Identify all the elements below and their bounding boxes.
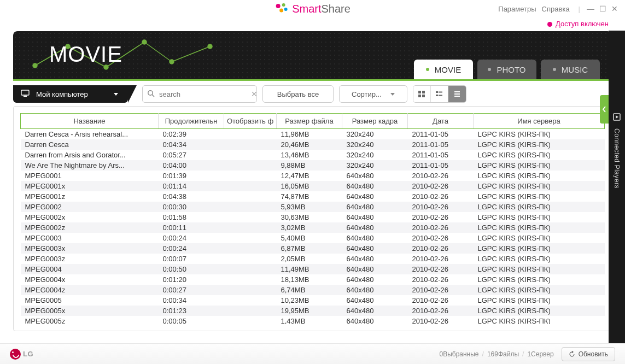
col-name[interactable]: Название bbox=[21, 114, 159, 129]
col-server[interactable]: Имя сервера bbox=[474, 114, 605, 129]
menu-params[interactable]: Параметры bbox=[498, 5, 536, 13]
table-row[interactable]: We Are The Nightmare by Ars...0:04:009,8… bbox=[21, 160, 605, 171]
sort-dropdown[interactable]: Сортир... bbox=[339, 85, 407, 103]
cell-duration: 0:01:20 bbox=[159, 274, 224, 285]
svg-point-1 bbox=[282, 3, 285, 7]
cell-date: 2010-02-26 bbox=[408, 295, 474, 306]
svg-rect-19 bbox=[418, 91, 421, 93]
cell-filesize: 2,05MB bbox=[277, 254, 342, 264]
search-box[interactable]: ✕ bbox=[142, 85, 257, 103]
cell-display bbox=[224, 150, 277, 160]
side-panel-toggle[interactable] bbox=[600, 95, 609, 124]
svg-rect-20 bbox=[422, 91, 425, 93]
source-dropdown[interactable]: Мой компьютер bbox=[13, 85, 128, 103]
table-row[interactable]: Darren from Arsis and Gorator...0:05:271… bbox=[21, 150, 605, 160]
search-input[interactable] bbox=[159, 90, 251, 98]
brand-text-smart: Smart bbox=[292, 3, 321, 15]
chevron-down-icon bbox=[114, 93, 118, 96]
col-date[interactable]: Дата bbox=[408, 114, 474, 129]
cell-filesize: 9,88MB bbox=[277, 160, 342, 171]
header-bar: MOVIE MOVIE PHOTO MUSIC bbox=[13, 31, 612, 79]
window-maximize-button[interactable]: ☐ bbox=[598, 4, 608, 14]
file-table-scroll[interactable]: Название Продолжительн Отобразить ф Разм… bbox=[20, 113, 605, 324]
refresh-button[interactable]: Обновить bbox=[562, 347, 615, 361]
cell-date: 2011-01-05 bbox=[408, 139, 474, 150]
access-status[interactable]: Доступ включен bbox=[0, 17, 625, 31]
table-row[interactable]: MPEG00050:00:3410,23MB640x4802010-02-26L… bbox=[21, 295, 605, 306]
cell-duration: 0:00:24 bbox=[159, 233, 224, 243]
cell-server: LGPC KIRS (KIRS-ПК) bbox=[474, 264, 605, 274]
svg-point-9 bbox=[33, 63, 37, 68]
cell-framesize: 640x480 bbox=[342, 202, 408, 212]
tab-movie-label: MOVIE bbox=[435, 65, 461, 74]
table-row[interactable]: MPEG0005x0:01:2319,95MB640x4802010-02-26… bbox=[21, 306, 605, 316]
table-row[interactable]: MPEG0002z0:00:113,02MB640x4802010-02-26L… bbox=[21, 222, 605, 233]
view-detail-button[interactable] bbox=[431, 86, 448, 102]
window-minimize-button[interactable]: — bbox=[586, 4, 595, 14]
cell-display bbox=[224, 243, 277, 254]
svg-rect-25 bbox=[436, 95, 438, 96]
table-row[interactable]: MPEG0002x0:01:5830,63MB640x4802010-02-26… bbox=[21, 212, 605, 222]
cell-name: MPEG0004z bbox=[21, 285, 159, 295]
table-row[interactable]: MPEG0001z0:04:3874,87MB640x4802010-02-26… bbox=[21, 191, 605, 202]
svg-rect-29 bbox=[454, 96, 460, 97]
search-clear-button[interactable]: ✕ bbox=[251, 90, 258, 98]
table-row[interactable]: MPEG00020:00:305,93MB640x4802010-02-26LG… bbox=[21, 202, 605, 212]
cell-duration: 0:01:14 bbox=[159, 181, 224, 191]
svg-rect-16 bbox=[24, 96, 27, 97]
col-duration[interactable]: Продолжительн bbox=[159, 114, 224, 129]
table-row[interactable]: MPEG00030:00:245,40MB640x4802010-02-26LG… bbox=[21, 233, 605, 243]
table-header-row: Название Продолжительн Отобразить ф Разм… bbox=[21, 114, 605, 129]
cell-name: MPEG0003z bbox=[21, 254, 159, 264]
tab-movie[interactable]: MOVIE bbox=[414, 60, 473, 79]
table-row[interactable]: MPEG0001x0:01:1416,05MB640x4802010-02-26… bbox=[21, 181, 605, 191]
cell-server: LGPC KIRS (KIRS-ПК) bbox=[474, 306, 605, 316]
svg-point-14 bbox=[208, 44, 212, 49]
refresh-label: Обновить bbox=[579, 350, 608, 358]
col-framesize[interactable]: Размер кадра bbox=[342, 114, 408, 129]
col-display[interactable]: Отобразить ф bbox=[224, 114, 277, 129]
tab-music-label: MUSIC bbox=[562, 65, 588, 74]
cell-duration: 0:04:34 bbox=[159, 139, 224, 150]
cell-server: LGPC KIRS (KIRS-ПК) bbox=[474, 316, 605, 324]
cell-display bbox=[224, 171, 277, 181]
table-row[interactable]: MPEG0003x0:00:246,87MB640x4802010-02-26L… bbox=[21, 243, 605, 254]
view-grid-button[interactable] bbox=[413, 86, 431, 102]
cell-display bbox=[224, 191, 277, 202]
lg-logo: LG bbox=[10, 349, 33, 360]
cell-date: 2010-02-26 bbox=[408, 212, 474, 222]
window-close-button[interactable]: ✕ bbox=[610, 4, 620, 14]
table-row[interactable]: MPEG0004x0:01:2018,13MB640x4802010-02-26… bbox=[21, 274, 605, 285]
view-list-button[interactable] bbox=[448, 86, 466, 102]
cell-name: MPEG0002x bbox=[21, 212, 159, 222]
col-filesize[interactable]: Размер файла bbox=[277, 114, 342, 129]
titlebar-separator: | bbox=[579, 5, 580, 13]
svg-rect-28 bbox=[454, 93, 460, 95]
table-row[interactable]: MPEG00040:00:5011,49MB640x4802010-02-26L… bbox=[21, 264, 605, 274]
cell-server: LGPC KIRS (KIRS-ПК) bbox=[474, 160, 605, 171]
table-row[interactable]: MPEG0003z0:00:072,05MB640x4802010-02-26L… bbox=[21, 254, 605, 264]
table-row[interactable]: Darren Cesca0:04:3420,46MB320x2402011-01… bbox=[21, 139, 605, 150]
cell-date: 2010-02-26 bbox=[408, 181, 474, 191]
table-row[interactable]: Darren Cesca - Arsis rehearsal...0:02:39… bbox=[21, 129, 605, 140]
select-all-button[interactable]: Выбрать все bbox=[262, 85, 334, 103]
refresh-icon bbox=[569, 351, 575, 357]
table-row[interactable]: MPEG0005z0:00:051,43MB640x4802010-02-26L… bbox=[21, 316, 605, 324]
cell-name: MPEG0001z bbox=[21, 191, 159, 202]
cell-framesize: 640x480 bbox=[342, 274, 408, 285]
tab-photo[interactable]: PHOTO bbox=[477, 60, 536, 79]
cell-framesize: 640x480 bbox=[342, 233, 408, 243]
table-row[interactable]: MPEG0004z0:00:276,74MB640x4802010-02-26L… bbox=[21, 285, 605, 295]
svg-rect-27 bbox=[454, 91, 460, 92]
table-row[interactable]: MPEG00010:01:3912,47MB640x4802010-02-26L… bbox=[21, 171, 605, 181]
side-panel-label: Connected Players bbox=[613, 128, 621, 189]
cell-name: MPEG0003x bbox=[21, 243, 159, 254]
menu-help[interactable]: Справка bbox=[542, 5, 570, 13]
svg-point-12 bbox=[142, 40, 147, 44]
cell-display bbox=[224, 264, 277, 274]
tab-music[interactable]: MUSIC bbox=[541, 60, 600, 79]
cell-date: 2011-01-05 bbox=[408, 160, 474, 171]
svg-point-13 bbox=[170, 60, 174, 64]
cell-framesize: 640x480 bbox=[342, 243, 408, 254]
cell-filesize: 74,87MB bbox=[277, 191, 342, 202]
